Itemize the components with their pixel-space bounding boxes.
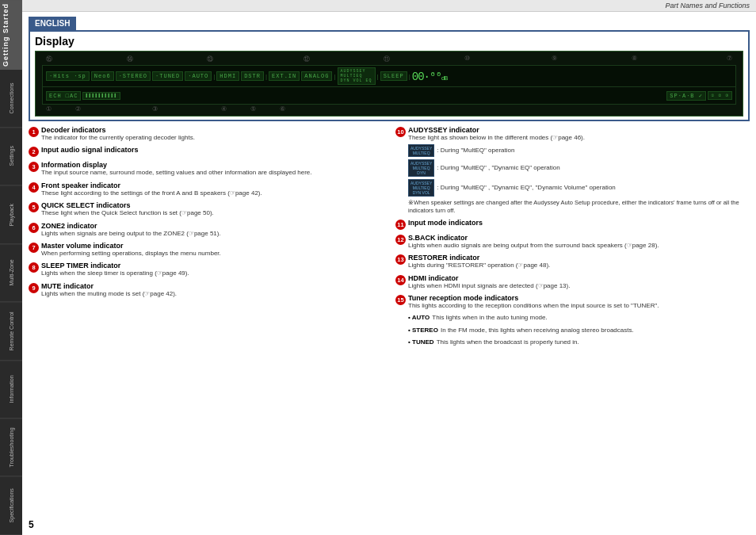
audyssey-desc-2: : During "MultEQ" , "Dynamic EQ" operati… [437,164,559,172]
audyssey-icon-1: AUDYSSEYMULTIEQ [408,144,434,157]
desc-num-1: 1 [29,127,39,137]
desc-title-11: Input mode indicators [408,219,750,227]
desc-content-4: Front speaker indicator These light acco… [41,182,383,197]
seg-spacer1: | [213,73,215,80]
desc-num-10: 10 [395,127,406,137]
desc-title-8: SLEEP TIMER indicator [41,262,383,269]
seg-audyssey: AUDYSSEYMULTIEQDYN VOL EQ [338,67,376,85]
desc-text-4: These light according to the settings of… [41,189,383,197]
seg-sp-ab: SP·A·B ✓ [666,91,706,101]
desc-item-13: 13 RESTORER indicator Lights during "RES… [395,254,750,269]
desc-text-6: Lights when signals are being output to … [41,230,383,238]
sidebar-item-remote[interactable]: Remote Control [0,303,22,361]
desc-content-10: AUDYSSEY indicator These light as shown … [408,126,750,215]
num-13: ⑬ [207,55,213,63]
display-panel: ⑮ ⑭ ⑬ ⑫ ⑪ ⑩ ⑨ ⑧ ⑦ ·Hits ·sp Neo6 ·STEREO… [35,51,743,117]
sidebar-item-settings[interactable]: Settings [0,128,22,185]
english-tab: ENGLISH [29,17,76,30]
desc-item-3: 3 Information display The input source n… [29,161,383,177]
main-content: Part Names and Functions ENGLISH Display… [22,0,756,535]
desc-title-4: Front speaker indicator [41,182,383,189]
audyssey-icon-3: AUDYSSEYMULTIEQDYN VOL [408,179,434,197]
tuner-stereo: • STEREO In the FM mode, this lights whe… [408,324,750,334]
seg-ech: ECH □AC [46,91,81,101]
desc-content-9: MUTE indicator Lights when the muting mo… [41,282,383,298]
sidebar-item-information[interactable]: Information [0,361,22,418]
seg-analog: ANALOG [301,71,332,81]
desc-content-5: QUICK SELECT indicators These light when… [41,201,383,217]
seg-extin: EXT.IN [269,71,300,81]
num-4: ④ [221,105,227,113]
desc-item-14: 14 HDMI indicator Lights when HDMI input… [395,274,750,290]
num-10: ⑩ [464,55,470,63]
desc-content-13: RESTORER indicator Lights during "RESTOR… [408,254,750,269]
desc-content-7: Master volume indicator When performing … [41,242,383,258]
desc-text-1: The indicator for the currently operatin… [41,134,383,142]
desc-num-11: 11 [395,220,406,230]
desc-num-3: 3 [29,162,39,172]
descriptions-area: 1 Decoder indicators The indicator for t… [29,126,750,530]
desc-content-3: Information display The input source nam… [41,161,383,177]
num-7: ⑦ [727,55,732,63]
desc-num-8: 8 [29,262,39,273]
tuner-stereo-desc: In the FM mode, this lights when receivi… [441,327,634,334]
audyssey-sub-2: AUDYSSEYMULTIEQDYN : During "MultEQ" , "… [408,159,750,177]
seg-spacer2: | [265,73,267,80]
seg-hits: ·Hits ·sp [46,71,90,81]
desc-num-2: 2 [29,147,39,157]
seg-sleep: SLEEP [380,71,407,81]
sidebar-item-specifications[interactable]: Specifications [0,477,22,535]
desc-content-2: Input audio signal indicators [41,146,383,154]
desc-text-7: When performing setting operations, disp… [41,250,383,258]
tuner-sub-items: • AUTO This lights when in the auto tuni… [408,311,750,346]
page-section-title: Part Names and Functions [665,2,750,10]
seg-dstr: DSTR [241,71,264,81]
desc-num-9: 9 [29,283,39,293]
num-15: ⑮ [46,55,52,63]
desc-num-6: 6 [29,223,39,233]
top-number-row: ⑮ ⑭ ⑬ ⑫ ⑪ ⑩ ⑨ ⑧ ⑦ [42,55,736,63]
desc-content-14: HDMI indicator Lights when HDMI input si… [408,274,750,290]
getting-started-label[interactable]: Getting Started [0,0,22,70]
display-section: Display ⑮ ⑭ ⑬ ⑫ ⑪ ⑩ ⑨ ⑧ ⑦ ·Hits ·sp [29,30,750,121]
tuner-auto: • AUTO This lights when in the auto tuni… [408,311,750,322]
tuner-auto-desc: This lights when in the auto tuning mode… [432,314,547,321]
num-5: ⑤ [250,105,256,113]
desc-text-8: Lights when the sleep timer is operating… [41,269,383,277]
seg-hdmi: HDMI [216,71,239,81]
desc-text-9: Lights when the muting mode is set (☞pag… [41,290,383,298]
sidebar-item-playback[interactable]: Playback [0,186,22,244]
header-row: ENGLISH [29,17,750,30]
desc-content-11: Input mode indicators [408,219,750,227]
num-9: ⑨ [552,55,557,63]
desc-title-1: Decoder indicators [41,126,383,134]
sidebar-item-troubleshooting[interactable]: Troubleshooting [0,418,22,476]
desc-title-5: QUICK SELECT indicators [41,201,383,209]
desc-item-15: 15 Tuner reception mode indicators This … [395,294,750,349]
audyssey-sub-1: AUDYSSEYMULTIEQ : During "MultEQ" operat… [408,144,750,157]
tuner-auto-bullet: • AUTO [408,314,430,321]
page-number: 5 [29,516,383,530]
desc-item-5: 5 QUICK SELECT indicators These light wh… [29,201,383,217]
desc-text-5: These light when the Quick Select functi… [41,209,383,217]
tuner-tuned: • TUNED This lights when the broadcast i… [408,336,750,346]
content-area: ENGLISH Display ⑮ ⑭ ⑬ ⑫ ⑪ ⑩ ⑨ ⑧ ⑦ [22,12,756,535]
seg-stereo: ·STEREO [116,71,151,81]
right-column: 10 AUDYSSEY indicator These light as sho… [395,126,750,530]
sidebar-item-multizone[interactable]: Multi-Zone [0,244,22,302]
desc-item-8: 8 SLEEP TIMER indicator Lights when the … [29,262,383,277]
seg-spacer5: | [409,73,410,80]
seg-auto: ·AUTO [185,71,212,81]
sidebar-item-connections[interactable]: Connections [0,70,22,128]
num-6: ⑥ [280,105,285,113]
display-title: Display [35,35,743,48]
bottom-number-row: ① ② ③ ④ ⑤ ⑥ [42,105,736,113]
num-8: ⑧ [632,55,637,63]
desc-text-12: Lights when audio signals are being outp… [408,242,750,250]
main-display-row: ·Hits ·sp Neo6 ·STEREO ·TUNED ·AUTO | HD… [42,65,736,87]
desc-title-2: Input audio signal indicators [41,146,383,154]
desc-content-1: Decoder indicators The indicator for the… [41,126,383,142]
num-3: ③ [152,105,158,113]
left-column: 1 Decoder indicators The indicator for t… [29,126,383,530]
desc-num-12: 12 [395,235,406,245]
